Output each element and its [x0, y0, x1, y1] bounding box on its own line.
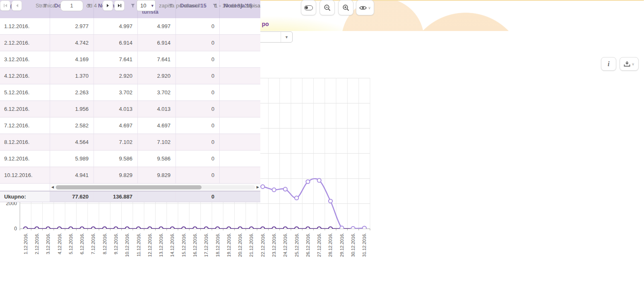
select-arrow[interactable]: ▼	[149, 0, 155, 11]
cell-value: 3.702	[94, 84, 138, 100]
horizontal-scrollbar[interactable]: ◀ ▶	[50, 184, 260, 191]
cell-datum: 2.12.2016.	[0, 35, 50, 51]
pagination-bar: Stranica od 4 10 ▼ zapisa po stranici 1 …	[0, 0, 260, 11]
frozen-column-spacer	[0, 184, 50, 191]
cell-value: 0	[176, 151, 220, 167]
svg-text:10.12.2016.: 10.12.2016.	[125, 233, 130, 257]
records-range-text: 1 - 10 od 31 zapisa	[214, 2, 260, 9]
last-page-icon	[118, 4, 122, 7]
svg-text:31.12.2016.: 31.12.2016.	[362, 233, 367, 257]
svg-text:6.12.2016.: 6.12.2016.	[79, 233, 84, 254]
total-nocenja: 136.887	[94, 191, 138, 202]
first-page-button[interactable]	[0, 0, 10, 11]
scrollbar-thumb[interactable]	[56, 185, 202, 189]
page-size-select[interactable]: 10 ▼	[137, 0, 156, 11]
svg-text:23.12.2016.: 23.12.2016.	[272, 233, 276, 257]
svg-text:9.12.2016.: 9.12.2016.	[113, 233, 118, 254]
scroll-left-icon[interactable]: ◀	[51, 185, 54, 189]
download-icon	[624, 61, 630, 67]
table-row[interactable]: 10.12.2016.4.9419.8299.8290	[0, 167, 260, 184]
svg-text:28.12.2016.: 28.12.2016.	[328, 233, 333, 257]
cell-value	[220, 134, 260, 150]
cell-datum: 5.12.2016.	[0, 84, 50, 100]
table-row[interactable]: 1.12.2016.2.9774.9974.9970	[0, 18, 260, 35]
cell-value: 4.564	[50, 134, 94, 150]
chevron-down-icon: ∨	[632, 62, 634, 66]
page-number-input[interactable]	[60, 0, 83, 11]
svg-text:19.12.2016.: 19.12.2016.	[226, 233, 231, 257]
table-row[interactable]: 9.12.2016.5.9899.5869.5860	[0, 151, 260, 167]
svg-text:29.12.2016.: 29.12.2016.	[339, 233, 344, 257]
cell-value: 4.697	[138, 117, 176, 134]
next-page-icon	[106, 4, 110, 7]
table-row[interactable]: 2.12.2016.4.7426.9146.9140	[0, 35, 260, 51]
cell-datum: 1.12.2016.	[0, 18, 50, 34]
svg-text:5.12.2016.: 5.12.2016.	[68, 233, 73, 254]
turisti-page: { "tab": { "title": "Turisti" }, "filter…	[0, 0, 644, 299]
cell-value: 0	[176, 134, 220, 150]
svg-text:1.12.2016.: 1.12.2016.	[23, 233, 28, 254]
download-button[interactable]: ∨	[620, 57, 639, 71]
table-row[interactable]: 6.12.2016.1.9564.0134.0130	[0, 101, 260, 117]
table-row[interactable]: 3.12.2016.4.1697.6417.6410	[0, 51, 260, 68]
cell-value: 0	[176, 167, 220, 183]
prev-page-button[interactable]	[12, 0, 22, 11]
chevron-down-icon: ▼	[285, 35, 288, 39]
svg-text:13.12.2016.: 13.12.2016.	[159, 233, 163, 257]
table-total-row: Ukupno: 77.620 136.887 0	[0, 191, 260, 202]
svg-text:12.12.2016.: 12.12.2016.	[147, 233, 152, 257]
cell-value: 7.641	[138, 51, 176, 67]
cell-value: 4.997	[138, 18, 176, 34]
cell-value: 0	[176, 18, 220, 34]
cell-value	[220, 51, 260, 67]
svg-text:2.12.2016.: 2.12.2016.	[34, 233, 39, 254]
svg-text:7.12.2016.: 7.12.2016.	[91, 233, 96, 254]
total-broj-turista	[138, 191, 176, 202]
prev-page-icon	[15, 4, 19, 7]
stranica-label: Stranica	[36, 2, 55, 9]
scrollbar-track[interactable]	[55, 185, 255, 189]
cell-value: 7.102	[138, 134, 176, 150]
cell-value: 0	[176, 68, 220, 84]
select-arrow[interactable]: ▼	[281, 32, 292, 42]
first-page-icon	[3, 4, 7, 7]
cell-value: 6.914	[94, 35, 138, 51]
cell-datum: 7.12.2016.	[0, 117, 50, 134]
cell-value	[220, 68, 260, 84]
last-page-button[interactable]	[114, 0, 125, 11]
data-table: DatumDolasciNoćenjaBroj turistaDolasci'1…	[0, 0, 260, 202]
cell-value: 2.582	[50, 117, 94, 134]
table-hscroll-row: ◀ ▶	[0, 184, 260, 191]
cell-value: 7.102	[94, 134, 138, 150]
scroll-right-icon[interactable]: ▶	[257, 185, 259, 189]
svg-text:27.12.2016.: 27.12.2016.	[317, 233, 322, 257]
cell-value: 0	[176, 117, 220, 134]
cell-value: 0	[176, 35, 220, 51]
cell-value	[220, 117, 260, 134]
cell-value: 4.997	[94, 18, 138, 34]
cell-value: 4.941	[50, 167, 94, 183]
cell-value: 2.263	[50, 84, 94, 100]
svg-text:30.12.2016.: 30.12.2016.	[351, 233, 356, 257]
table-row[interactable]: 7.12.2016.2.5824.6974.6970	[0, 117, 260, 134]
svg-text:15.12.2016.: 15.12.2016.	[181, 233, 186, 257]
table-row[interactable]: 4.12.2016.1.3702.9202.9200	[0, 68, 260, 84]
info-icon: i	[608, 60, 609, 68]
table-row[interactable]: 8.12.2016.4.5647.1027.1020	[0, 134, 260, 151]
next-page-button[interactable]	[103, 0, 113, 11]
svg-text:22.12.2016.: 22.12.2016.	[260, 233, 265, 257]
cell-value: 3.702	[138, 84, 176, 100]
cell-datum: 10.12.2016.	[0, 167, 50, 183]
chevron-down-icon: ▼	[151, 4, 154, 8]
svg-text:16.12.2016.: 16.12.2016.	[192, 233, 197, 257]
cell-value	[220, 18, 260, 34]
cell-value: 4.013	[94, 101, 138, 117]
chevron-down-icon: ∨	[368, 6, 371, 10]
info-button[interactable]: i	[601, 57, 616, 71]
cell-value: 1.956	[50, 101, 94, 117]
cell-value: 0	[176, 101, 220, 117]
cell-datum: 8.12.2016.	[0, 134, 50, 150]
svg-text:21.12.2016.: 21.12.2016.	[249, 233, 254, 257]
table-row[interactable]: 5.12.2016.2.2633.7023.7020	[0, 84, 260, 101]
svg-text:14.12.2016.: 14.12.2016.	[170, 233, 175, 257]
